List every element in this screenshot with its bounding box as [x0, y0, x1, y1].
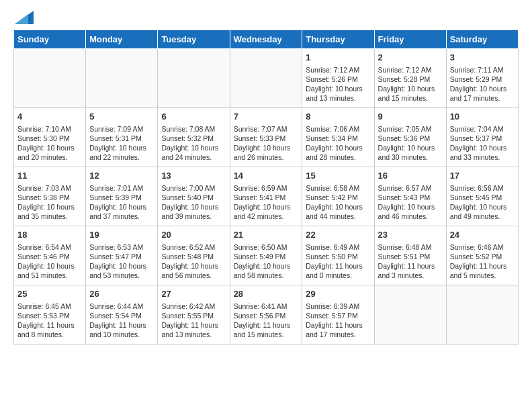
day-number: 10 — [450, 111, 515, 123]
day-info: Sunrise: 6:41 AM Sunset: 5:56 PM Dayligh… — [234, 302, 299, 340]
day-info: Sunrise: 7:05 AM Sunset: 5:36 PM Dayligh… — [378, 124, 443, 163]
day-info: Sunrise: 6:52 AM Sunset: 5:48 PM Dayligh… — [161, 242, 226, 281]
calendar-cell: 14Sunrise: 6:59 AM Sunset: 5:41 PM Dayli… — [230, 167, 302, 226]
calendar-cell: 15Sunrise: 6:58 AM Sunset: 5:42 PM Dayli… — [302, 167, 374, 226]
day-info: Sunrise: 7:11 AM Sunset: 5:29 PM Dayligh… — [450, 65, 515, 103]
day-number: 8 — [306, 111, 370, 123]
calendar-cell: 29Sunrise: 6:39 AM Sunset: 5:57 PM Dayli… — [302, 285, 374, 345]
week-row-5: 25Sunrise: 6:45 AM Sunset: 5:53 PM Dayli… — [14, 285, 519, 345]
calendar-cell: 8Sunrise: 7:06 AM Sunset: 5:34 PM Daylig… — [302, 108, 374, 167]
day-number: 11 — [17, 170, 82, 182]
calendar-cell — [14, 49, 86, 108]
calendar-cell: 10Sunrise: 7:04 AM Sunset: 5:37 PM Dayli… — [446, 108, 518, 167]
day-info: Sunrise: 6:50 AM Sunset: 5:49 PM Dayligh… — [234, 242, 299, 281]
week-row-4: 18Sunrise: 6:54 AM Sunset: 5:46 PM Dayli… — [14, 226, 519, 285]
day-number: 2 — [378, 52, 443, 64]
day-info: Sunrise: 7:03 AM Sunset: 5:38 PM Dayligh… — [17, 183, 82, 222]
calendar-cell: 5Sunrise: 7:09 AM Sunset: 5:31 PM Daylig… — [86, 108, 158, 167]
week-row-2: 4Sunrise: 7:10 AM Sunset: 5:30 PM Daylig… — [14, 108, 519, 167]
day-number: 4 — [17, 111, 82, 123]
day-number: 7 — [234, 111, 299, 123]
week-row-1: 1Sunrise: 7:12 AM Sunset: 5:26 PM Daylig… — [14, 49, 519, 108]
calendar-cell: 12Sunrise: 7:01 AM Sunset: 5:39 PM Dayli… — [86, 167, 158, 226]
day-info: Sunrise: 6:54 AM Sunset: 5:46 PM Dayligh… — [17, 242, 82, 281]
calendar-cell — [86, 49, 158, 108]
dow-header-friday: Friday — [374, 30, 446, 49]
calendar-cell: 9Sunrise: 7:05 AM Sunset: 5:36 PM Daylig… — [374, 108, 446, 167]
day-info: Sunrise: 7:09 AM Sunset: 5:31 PM Dayligh… — [89, 124, 154, 163]
day-number: 12 — [89, 170, 154, 182]
dow-header-thursday: Thursday — [302, 30, 374, 49]
day-number: 21 — [234, 229, 299, 241]
day-info: Sunrise: 6:39 AM Sunset: 5:57 PM Dayligh… — [306, 302, 370, 340]
day-info: Sunrise: 6:59 AM Sunset: 5:41 PM Dayligh… — [234, 183, 299, 222]
calendar-cell: 13Sunrise: 7:00 AM Sunset: 5:40 PM Dayli… — [158, 167, 230, 226]
calendar-cell: 17Sunrise: 6:56 AM Sunset: 5:45 PM Dayli… — [446, 167, 518, 226]
day-number: 17 — [450, 170, 515, 182]
calendar: SundayMondayTuesdayWednesdayThursdayFrid… — [13, 30, 519, 345]
dow-header-wednesday: Wednesday — [230, 30, 302, 49]
dow-header-tuesday: Tuesday — [158, 30, 230, 49]
day-number: 1 — [306, 52, 370, 64]
day-number: 20 — [161, 229, 226, 241]
calendar-cell: 20Sunrise: 6:52 AM Sunset: 5:48 PM Dayli… — [158, 226, 230, 285]
logo-icon — [15, 11, 34, 24]
day-number: 6 — [161, 111, 226, 123]
day-number: 29 — [306, 288, 370, 300]
day-info: Sunrise: 7:01 AM Sunset: 5:39 PM Dayligh… — [89, 183, 154, 222]
day-number: 3 — [450, 52, 515, 64]
day-number: 22 — [306, 229, 370, 241]
day-info: Sunrise: 7:10 AM Sunset: 5:30 PM Dayligh… — [17, 124, 82, 163]
calendar-cell: 7Sunrise: 7:07 AM Sunset: 5:33 PM Daylig… — [230, 108, 302, 167]
calendar-cell: 28Sunrise: 6:41 AM Sunset: 5:56 PM Dayli… — [230, 285, 302, 345]
week-row-3: 11Sunrise: 7:03 AM Sunset: 5:38 PM Dayli… — [14, 167, 519, 226]
calendar-cell — [158, 49, 230, 108]
day-number: 28 — [234, 288, 299, 300]
calendar-cell: 6Sunrise: 7:08 AM Sunset: 5:32 PM Daylig… — [158, 108, 230, 167]
calendar-cell: 16Sunrise: 6:57 AM Sunset: 5:43 PM Dayli… — [374, 167, 446, 226]
calendar-cell: 3Sunrise: 7:11 AM Sunset: 5:29 PM Daylig… — [446, 49, 518, 108]
calendar-cell — [374, 285, 446, 345]
day-info: Sunrise: 6:48 AM Sunset: 5:51 PM Dayligh… — [378, 242, 443, 281]
day-info: Sunrise: 7:08 AM Sunset: 5:32 PM Dayligh… — [161, 124, 226, 163]
day-info: Sunrise: 6:42 AM Sunset: 5:55 PM Dayligh… — [161, 302, 226, 340]
svg-marker-1 — [15, 14, 28, 24]
day-number: 14 — [234, 170, 299, 182]
day-number: 18 — [17, 229, 82, 241]
day-info: Sunrise: 6:49 AM Sunset: 5:50 PM Dayligh… — [306, 242, 370, 281]
day-number: 16 — [378, 170, 443, 182]
day-number: 26 — [89, 288, 154, 300]
calendar-cell: 24Sunrise: 6:46 AM Sunset: 5:52 PM Dayli… — [446, 226, 518, 285]
calendar-cell — [446, 285, 518, 345]
day-info: Sunrise: 6:53 AM Sunset: 5:47 PM Dayligh… — [89, 242, 154, 281]
day-info: Sunrise: 6:46 AM Sunset: 5:52 PM Dayligh… — [450, 242, 515, 281]
calendar-cell: 19Sunrise: 6:53 AM Sunset: 5:47 PM Dayli… — [86, 226, 158, 285]
calendar-cell: 1Sunrise: 7:12 AM Sunset: 5:26 PM Daylig… — [302, 49, 374, 108]
day-info: Sunrise: 7:00 AM Sunset: 5:40 PM Dayligh… — [161, 183, 226, 222]
day-number: 23 — [378, 229, 443, 241]
day-info: Sunrise: 7:07 AM Sunset: 5:33 PM Dayligh… — [234, 124, 299, 163]
day-info: Sunrise: 7:12 AM Sunset: 5:26 PM Dayligh… — [306, 65, 370, 103]
day-info: Sunrise: 6:56 AM Sunset: 5:45 PM Dayligh… — [450, 183, 515, 222]
day-info: Sunrise: 6:57 AM Sunset: 5:43 PM Dayligh… — [378, 183, 443, 222]
day-info: Sunrise: 6:58 AM Sunset: 5:42 PM Dayligh… — [306, 183, 370, 222]
day-info: Sunrise: 7:06 AM Sunset: 5:34 PM Dayligh… — [306, 124, 370, 163]
day-number: 27 — [161, 288, 226, 300]
dow-header-sunday: Sunday — [14, 30, 86, 49]
calendar-cell: 27Sunrise: 6:42 AM Sunset: 5:55 PM Dayli… — [158, 285, 230, 345]
day-number: 13 — [161, 170, 226, 182]
dow-header-saturday: Saturday — [446, 30, 518, 49]
calendar-cell: 21Sunrise: 6:50 AM Sunset: 5:49 PM Dayli… — [230, 226, 302, 285]
calendar-cell: 4Sunrise: 7:10 AM Sunset: 5:30 PM Daylig… — [14, 108, 86, 167]
day-number: 25 — [17, 288, 82, 300]
calendar-cell: 23Sunrise: 6:48 AM Sunset: 5:51 PM Dayli… — [374, 226, 446, 285]
calendar-cell: 25Sunrise: 6:45 AM Sunset: 5:53 PM Dayli… — [14, 285, 86, 345]
day-number: 9 — [378, 111, 443, 123]
day-info: Sunrise: 6:45 AM Sunset: 5:53 PM Dayligh… — [17, 302, 82, 340]
dow-header-monday: Monday — [86, 30, 158, 49]
day-info: Sunrise: 7:04 AM Sunset: 5:37 PM Dayligh… — [450, 124, 515, 163]
calendar-cell — [230, 49, 302, 108]
logo — [13, 11, 34, 24]
calendar-cell: 11Sunrise: 7:03 AM Sunset: 5:38 PM Dayli… — [14, 167, 86, 226]
day-info: Sunrise: 6:44 AM Sunset: 5:54 PM Dayligh… — [89, 302, 154, 340]
